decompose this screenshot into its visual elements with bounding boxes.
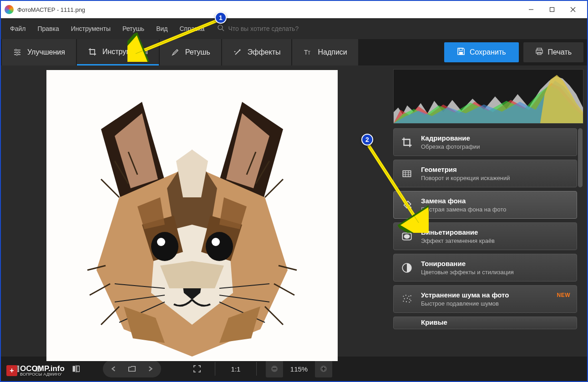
canvas-image[interactable] xyxy=(46,70,338,361)
menu-retouch[interactable]: Ретушь xyxy=(118,22,149,35)
zoom-out-button[interactable] xyxy=(266,360,283,377)
svg-rect-74 xyxy=(77,366,80,372)
histogram[interactable] xyxy=(393,69,583,124)
history-next-button[interactable] xyxy=(141,360,159,377)
svg-point-9 xyxy=(18,51,20,53)
svg-point-4 xyxy=(218,25,223,30)
sliders-icon xyxy=(13,48,22,57)
svg-point-66 xyxy=(406,301,407,302)
svg-point-33 xyxy=(206,232,233,261)
menubar: Файл Правка Инструменты Ретушь Вид Справ… xyxy=(1,18,587,39)
tool-noise-reduction[interactable]: Устранение шума на фотоБыстрое подавлени… xyxy=(393,285,577,313)
search-icon xyxy=(217,24,224,33)
zoom-percent[interactable]: 115% xyxy=(288,365,310,373)
svg-point-32 xyxy=(157,238,165,246)
tab-label: Улучшения xyxy=(27,48,65,56)
zoom-ratio[interactable]: 1:1 xyxy=(224,365,247,373)
svg-rect-73 xyxy=(73,366,76,372)
tool-title: Геометрия xyxy=(421,166,510,173)
save-icon xyxy=(457,47,465,57)
svg-point-64 xyxy=(409,298,410,299)
tool-desc: Цветовые эффекты и стилизация xyxy=(421,269,514,276)
svg-point-60 xyxy=(408,296,409,297)
save-label: Сохранить xyxy=(470,48,506,56)
noise-icon xyxy=(400,292,414,306)
tool-desc: Обрезка фотографии xyxy=(421,143,480,150)
titlebar: ФотоМАСТЕР - 1111.png xyxy=(1,1,587,18)
tool-toning[interactable]: ТонированиеЦветовые эффекты и стилизация xyxy=(393,254,577,281)
svg-rect-1 xyxy=(550,8,554,12)
vignette-icon xyxy=(400,230,414,243)
tool-crop[interactable]: КадрированиеОбрезка фотографии xyxy=(393,128,577,156)
app-logo-icon xyxy=(5,5,14,14)
svg-text:T: T xyxy=(308,50,310,55)
geometry-icon xyxy=(400,167,414,181)
menu-tools[interactable]: Инструменты xyxy=(66,22,115,35)
print-button[interactable]: Печать xyxy=(523,42,583,62)
tool-desc: Быстрая замена фона на фото xyxy=(421,206,506,213)
history-prev-button[interactable] xyxy=(105,360,123,377)
svg-point-31 xyxy=(151,232,178,261)
tab-label: Ретушь xyxy=(185,48,210,56)
brush-icon xyxy=(171,48,180,57)
zoom-in-button[interactable] xyxy=(315,360,332,377)
tool-replace-background[interactable]: Замена фонаБыстрая замена фона на фото xyxy=(393,191,577,219)
tool-title: Замена фона xyxy=(421,197,506,205)
history-open-button[interactable] xyxy=(123,360,141,377)
watermark: + OCOMP.info ВОПРОСЫ АДМИНУ xyxy=(6,365,65,377)
tool-vignette[interactable]: ВиньетированиеЭффект затемнения краёв xyxy=(393,222,577,250)
tone-icon xyxy=(400,261,414,275)
watermark-main: OCOMP.info xyxy=(20,365,65,372)
svg-line-12 xyxy=(235,50,240,55)
svg-point-67 xyxy=(409,302,410,302)
minimize-button[interactable] xyxy=(521,3,542,16)
curves-icon xyxy=(400,315,414,329)
tool-title: Виньетирование xyxy=(421,228,495,236)
save-button[interactable]: Сохранить xyxy=(444,42,519,62)
svg-point-63 xyxy=(407,297,408,298)
close-button[interactable] xyxy=(563,3,583,16)
svg-rect-18 xyxy=(536,50,542,53)
search-input[interactable] xyxy=(228,25,346,32)
wand-icon xyxy=(233,48,242,57)
tab-enhancements[interactable]: Улучшения xyxy=(2,39,76,65)
svg-point-59 xyxy=(406,295,406,296)
menu-file[interactable]: Файл xyxy=(5,22,30,35)
menu-view[interactable]: Вид xyxy=(152,22,172,35)
svg-point-11 xyxy=(16,54,18,55)
tab-label: Инструменты xyxy=(102,48,148,56)
tool-title: Тонирование xyxy=(421,260,514,267)
tab-retouch[interactable]: Ретушь xyxy=(160,39,221,65)
history-nav xyxy=(103,360,161,377)
callout-two: 2 xyxy=(361,134,373,146)
text-icon: TT xyxy=(303,48,312,57)
maximize-button[interactable] xyxy=(542,3,563,16)
svg-point-58 xyxy=(403,296,404,297)
svg-point-7 xyxy=(15,49,17,51)
tool-title: Кривые xyxy=(421,318,447,326)
tab-instruments[interactable]: Инструменты xyxy=(77,39,159,65)
side-panel: КадрированиеОбрезка фотографии Геометрия… xyxy=(387,65,587,357)
tab-effects[interactable]: Эффекты xyxy=(222,39,292,65)
menu-help[interactable]: Справка xyxy=(175,22,209,35)
scrollbar-thumb[interactable] xyxy=(578,128,583,187)
tool-desc: Быстрое подавление шумов xyxy=(421,300,509,307)
callout-one: 1 xyxy=(215,12,227,24)
scrollbar[interactable] xyxy=(578,128,583,353)
workspace: КадрированиеОбрезка фотографии Геометрия… xyxy=(1,65,587,357)
tab-label: Надписи xyxy=(318,48,347,56)
tool-desc: Эффект затемнения краёв xyxy=(421,237,495,244)
menu-edit[interactable]: Правка xyxy=(33,22,63,35)
tab-text[interactable]: TT Надписи xyxy=(292,39,358,65)
svg-marker-46 xyxy=(160,261,224,288)
canvas-area[interactable] xyxy=(1,65,387,357)
tools-list[interactable]: КадрированиеОбрезка фотографии Геометрия… xyxy=(393,128,583,353)
watermark-sub: ВОПРОСЫ АДМИНУ xyxy=(20,372,65,377)
fit-screen-button[interactable] xyxy=(188,360,206,377)
svg-line-5 xyxy=(222,29,224,31)
tool-geometry[interactable]: ГеометрияПоворот и коррекция искажений xyxy=(393,160,577,187)
tool-curves[interactable]: Кривые xyxy=(393,317,577,329)
flip-button[interactable] xyxy=(67,360,85,377)
watermark-badge: + xyxy=(6,365,17,376)
tool-title: Кадрирование xyxy=(421,134,480,142)
